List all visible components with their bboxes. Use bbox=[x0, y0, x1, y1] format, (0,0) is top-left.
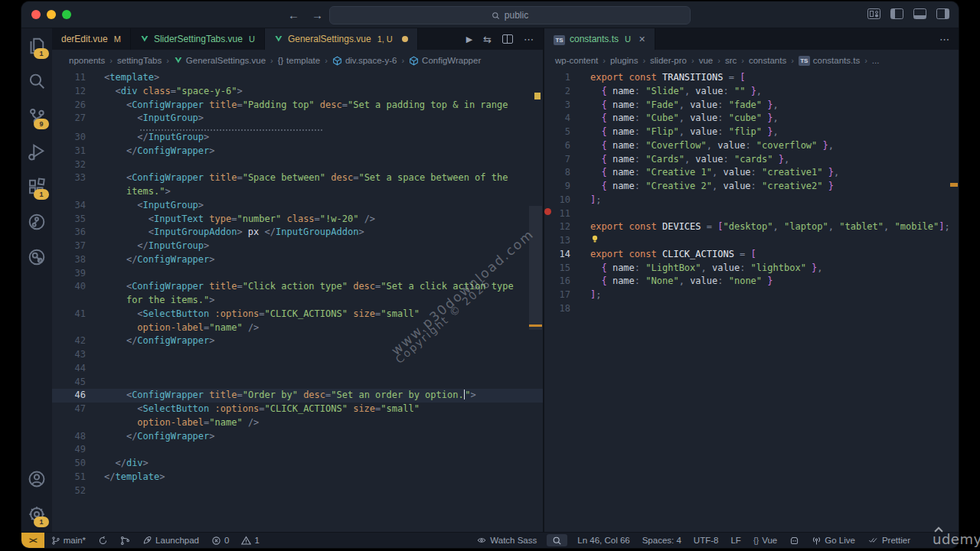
toggle-panel-icon[interactable] bbox=[913, 8, 926, 19]
code-line: 7 { name: "Cards", value: "cards" }, bbox=[544, 153, 959, 167]
code-line: 11<template> bbox=[52, 71, 543, 85]
code-line-wrap: for the items."> bbox=[52, 294, 543, 308]
breadcrumb-item[interactable]: constants bbox=[749, 56, 786, 65]
breadcrumb-item[interactable]: vue bbox=[699, 56, 714, 65]
status-prettier[interactable]: Prettier bbox=[862, 533, 916, 548]
close-tab-icon[interactable]: ✕ bbox=[639, 34, 645, 44]
customize-layout-icon[interactable] bbox=[867, 8, 880, 19]
breadcrumb-item[interactable]: nponents bbox=[69, 56, 105, 65]
tab-GeneralSettings.vue[interactable]: GeneralSettings.vue1, U bbox=[265, 28, 418, 50]
breadcrumb-item[interactable]: plugins bbox=[610, 56, 638, 65]
chevron-right-icon: › bbox=[791, 56, 794, 65]
line-number: 10 bbox=[544, 194, 570, 207]
code-line-wrap: option-label="name" /> bbox=[52, 321, 543, 335]
tab-derEdit.vue[interactable]: derEdit.vueM bbox=[52, 28, 131, 50]
breadcrumb-item[interactable]: GeneralSettings.vue bbox=[174, 56, 266, 65]
line-content: </InputGroup> bbox=[86, 240, 209, 253]
line-number: 34 bbox=[52, 199, 86, 213]
run-button[interactable]: ▶ bbox=[466, 34, 472, 44]
line-content: { name: "Creative 2", value: "creative2"… bbox=[570, 180, 834, 194]
close-window-button[interactable] bbox=[31, 10, 41, 19]
breadcrumb-item[interactable]: TSconstants.ts bbox=[799, 55, 860, 66]
minimize-window-button[interactable] bbox=[47, 10, 56, 19]
line-content bbox=[86, 348, 104, 362]
branch-icon bbox=[51, 536, 60, 546]
vscode-window: ← → public 1911 derEdit.vueMSliderSettin… bbox=[21, 2, 959, 548]
line-number: 7 bbox=[544, 153, 570, 167]
split-editor-icon[interactable] bbox=[502, 34, 513, 44]
status-label: Launchpad bbox=[155, 536, 199, 545]
status-problems-errors[interactable]: 0 bbox=[206, 533, 234, 548]
lightbulb-icon[interactable] bbox=[590, 234, 601, 244]
status-encoding[interactable]: UTF-8 bbox=[688, 533, 724, 548]
maximize-window-button[interactable] bbox=[62, 10, 71, 19]
status-screencast-zoom[interactable] bbox=[547, 534, 567, 546]
code-editor-right[interactable]: 1export const TRANSITIONS = [2 { name: "… bbox=[544, 71, 959, 532]
extensions-icon[interactable]: 1 bbox=[21, 169, 52, 204]
line-content: <InputGroupAddon> px </InputGroupAddon> bbox=[86, 226, 364, 240]
breadcrumb-item[interactable]: {}template bbox=[278, 56, 320, 65]
breadcrumb-item[interactable]: div.space-y-6 bbox=[332, 56, 397, 66]
code-line: 35 <InputText type="number" class="!w-20… bbox=[52, 213, 543, 227]
back-icon[interactable]: ← bbox=[288, 8, 299, 21]
status-label: >< bbox=[29, 536, 37, 545]
breadcrumb-item[interactable]: wp-content bbox=[555, 56, 598, 65]
line-content: <InputGroup> bbox=[86, 112, 204, 126]
chevron-right-icon: › bbox=[717, 56, 720, 65]
status-remote-indicator[interactable]: >< bbox=[21, 533, 44, 548]
toggle-secondary-sidebar-icon[interactable] bbox=[936, 8, 949, 19]
more-actions-icon[interactable]: ⋯ bbox=[939, 34, 949, 45]
breadcrumb-item[interactable]: slider-pro bbox=[650, 56, 687, 65]
line-number: 12 bbox=[52, 85, 86, 99]
status-git-branch[interactable]: main* bbox=[46, 533, 91, 548]
status-watch-sass[interactable]: Watch Sass bbox=[471, 533, 542, 548]
broadcast-icon bbox=[812, 536, 822, 546]
status-go-live[interactable]: Go Live bbox=[806, 533, 861, 548]
line-number: 32 bbox=[52, 158, 86, 172]
folded-region-indicator[interactable] bbox=[140, 126, 322, 131]
toggle-sidebar-icon[interactable] bbox=[890, 8, 903, 19]
code-line: 47 <SelectButton :options="CLICK_ACTIONS… bbox=[52, 403, 543, 416]
status-language-mode[interactable]: {}Vue bbox=[748, 533, 782, 548]
status-problems-warnings[interactable]: 1 bbox=[236, 533, 264, 548]
status-sync[interactable] bbox=[93, 533, 113, 548]
source-control-icon[interactable]: 9 bbox=[21, 99, 52, 134]
status-cursor-position[interactable]: Ln 46, Col 66 bbox=[572, 533, 635, 548]
command-center-search[interactable]: public bbox=[329, 6, 691, 24]
code-editor-left[interactable]: 11<template>12 <div class="space-y-6">26… bbox=[52, 71, 543, 532]
tab-label: GeneralSettings.vue bbox=[288, 34, 371, 44]
status-launchpad[interactable]: Launchpad bbox=[137, 533, 204, 548]
open-changes-icon[interactable]: ⇆ bbox=[483, 34, 492, 45]
gitlens-icon[interactable] bbox=[21, 204, 52, 240]
breadcrumb-item[interactable]: ... bbox=[872, 56, 880, 65]
code-line: 38 </ConfigWrapper> bbox=[52, 253, 543, 267]
vue-icon bbox=[174, 57, 183, 65]
ts-icon: TS bbox=[799, 55, 810, 66]
line-number: 45 bbox=[52, 376, 86, 390]
line-content: <ConfigWrapper title="Padding top" desc=… bbox=[86, 99, 508, 112]
more-actions-icon[interactable]: ⋯ bbox=[524, 34, 534, 45]
tab-constants.ts[interactable]: TSconstants.tsU✕ bbox=[544, 28, 655, 50]
breadcrumb-item[interactable]: ConfigWrapper bbox=[409, 56, 481, 66]
account-icon[interactable] bbox=[21, 461, 52, 497]
line-number: 13 bbox=[544, 234, 570, 248]
breadcrumb-item[interactable]: src bbox=[725, 56, 737, 65]
status-label: 0 bbox=[224, 536, 229, 545]
line-number: 50 bbox=[52, 457, 86, 471]
code-line: 30 </InputGroup> bbox=[52, 131, 543, 145]
status-github[interactable] bbox=[784, 533, 805, 548]
status-git-graph[interactable] bbox=[115, 533, 136, 548]
forward-icon[interactable]: → bbox=[312, 8, 323, 21]
status-indentation[interactable]: Spaces: 4 bbox=[637, 533, 687, 548]
explorer-icon[interactable]: 1 bbox=[21, 28, 52, 64]
tab-SliderSettingTabs.vue[interactable]: SliderSettingTabs.vueU bbox=[131, 28, 265, 50]
gitlens-inspect-icon[interactable] bbox=[21, 240, 52, 275]
status-eol[interactable]: LF bbox=[725, 533, 746, 548]
run-debug-icon[interactable] bbox=[21, 134, 52, 169]
search-icon[interactable] bbox=[21, 64, 52, 99]
dirty-dot-icon[interactable] bbox=[402, 36, 408, 42]
settings-icon[interactable]: 1 bbox=[21, 497, 52, 532]
breadcrumb-item[interactable]: settingTabs bbox=[117, 56, 162, 65]
line-content: <ConfigWrapper title="Click action type"… bbox=[86, 280, 514, 294]
chevron-right-icon: › bbox=[325, 56, 328, 65]
